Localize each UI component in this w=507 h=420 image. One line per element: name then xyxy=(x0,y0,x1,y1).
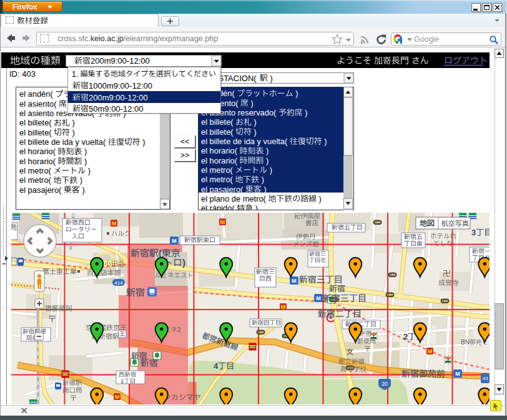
svg-text:M: M xyxy=(292,278,297,284)
svg-text:): ) xyxy=(77,175,82,185)
svg-text:200m9:00-12:00: 200m9:00-12:00 xyxy=(91,56,150,66)
svg-text:1: 1 xyxy=(121,378,124,384)
svg-text:el billete(: el billete( xyxy=(201,117,235,127)
svg-text:el metro(: el metro( xyxy=(19,166,53,175)
svg-text:): ) xyxy=(252,117,257,127)
svg-text:el andén(: el andén( xyxy=(19,89,55,99)
svg-text:): ) xyxy=(86,166,91,175)
svg-text:): ) xyxy=(322,137,327,146)
svg-text:200m9:00-12:00: 200m9:00-12:00 xyxy=(89,92,148,102)
svg-text:el billete(: el billete( xyxy=(19,118,54,127)
svg-text:): ) xyxy=(263,156,268,165)
svg-text:3: 3 xyxy=(471,228,476,237)
svg-text:el pasajero(: el pasajero( xyxy=(201,185,245,194)
svg-text:M: M xyxy=(316,295,321,301)
svg-text:20: 20 xyxy=(381,381,388,387)
svg-text:43: 43 xyxy=(483,376,488,381)
svg-text:el horario(: el horario( xyxy=(19,147,58,156)
svg-text:el billete de ida y vuelta(: el billete de ida y vuelta( xyxy=(201,137,290,146)
svg-text:2: 2 xyxy=(177,326,181,333)
svg-text:el asiento(: el asiento( xyxy=(19,99,59,109)
svg-text:el pasajero(: el pasajero( xyxy=(19,185,64,195)
svg-text:M: M xyxy=(115,393,120,400)
svg-text:): ) xyxy=(82,157,87,166)
svg-text:el horario(: el horario( xyxy=(19,157,58,166)
svg-text:): ) xyxy=(267,165,272,175)
svg-text:1.: 1. xyxy=(72,69,80,78)
svg-text:(: ( xyxy=(159,248,162,258)
svg-text:): ) xyxy=(268,74,273,83)
svg-text:): ) xyxy=(182,257,185,268)
svg-text:): ) xyxy=(70,128,75,137)
svg-text:): ) xyxy=(140,137,145,147)
svg-text:el billete(: el billete( xyxy=(201,127,235,137)
svg-text:el horario(: el horario( xyxy=(201,156,240,165)
svg-text:): ) xyxy=(253,203,258,210)
svg-text:el rápido(: el rápido( xyxy=(201,203,237,210)
svg-text:M: M xyxy=(112,220,117,227)
svg-text:1000m9:00-12:00: 1000m9:00-12:00 xyxy=(89,81,152,90)
svg-text:): ) xyxy=(249,99,254,108)
svg-text:): ) xyxy=(262,185,267,194)
svg-text:el metro(: el metro( xyxy=(201,165,235,175)
svg-text:): ) xyxy=(317,194,322,203)
svg-text:7: 7 xyxy=(373,335,375,339)
svg-text:el billete(: el billete( xyxy=(19,128,54,137)
svg-text:7: 7 xyxy=(447,358,450,363)
svg-text:50m9:00-12:00: 50m9:00-12:00 xyxy=(89,104,143,113)
svg-text:): ) xyxy=(303,108,308,117)
svg-text:M: M xyxy=(172,238,177,244)
svg-text:el metro(: el metro( xyxy=(19,175,53,185)
svg-text:el horario(: el horario( xyxy=(201,146,240,155)
svg-text:): ) xyxy=(293,89,298,98)
svg-text:2: 2 xyxy=(403,332,408,341)
svg-text:): ) xyxy=(252,127,257,137)
svg-text:M: M xyxy=(455,371,460,377)
svg-text:el plano de metro(: el plano de metro( xyxy=(201,194,268,203)
svg-text:el billete de ida y vuelta(: el billete de ida y vuelta( xyxy=(19,137,108,147)
svg-text:): ) xyxy=(259,175,264,184)
svg-text:414: 414 xyxy=(114,280,123,286)
svg-text:M: M xyxy=(281,303,286,310)
svg-text:): ) xyxy=(263,146,268,155)
svg-text:): ) xyxy=(70,118,75,127)
svg-text:M: M xyxy=(428,348,433,354)
svg-text:): ) xyxy=(82,147,87,156)
svg-text:el metro(: el metro( xyxy=(201,175,235,184)
svg-text:4: 4 xyxy=(214,361,219,371)
svg-text:BN: BN xyxy=(461,339,470,346)
svg-text:): ) xyxy=(80,185,85,195)
svg-text:M: M xyxy=(220,218,225,225)
